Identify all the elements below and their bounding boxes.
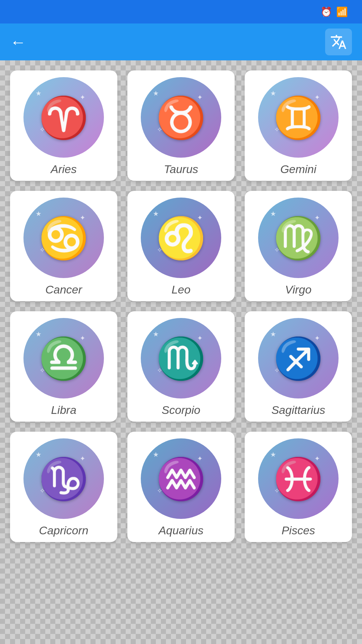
zodiac-symbol-capricorn: ♑ xyxy=(39,459,89,499)
zodiac-label-libra: Libra xyxy=(51,404,76,417)
back-button[interactable]: ← xyxy=(10,33,26,51)
zodiac-circle-scorpio: ★✦✧♏ xyxy=(141,318,221,398)
zodiac-card-cancer[interactable]: ★✦✧♋Cancer xyxy=(10,191,117,301)
zodiac-label-aries: Aries xyxy=(51,163,76,176)
zodiac-label-virgo: Virgo xyxy=(285,283,312,296)
zodiac-circle-virgo: ★✦✧♍ xyxy=(258,198,339,278)
zodiac-symbol-gemini: ♊ xyxy=(273,97,323,138)
zodiac-card-aquarius[interactable]: ★✦✧♒Aquarius xyxy=(127,432,235,542)
zodiac-circle-aquarius: ★✦✧♒ xyxy=(141,438,221,519)
zodiac-symbol-scorpio: ♏ xyxy=(156,338,206,378)
zodiac-circle-aries: ★✦✧♈ xyxy=(23,77,104,158)
zodiac-symbol-pisces: ♓ xyxy=(273,459,323,499)
zodiac-card-taurus[interactable]: ★✦✧♉Taurus xyxy=(127,70,235,181)
zodiac-card-aries[interactable]: ★✦✧♈Aries xyxy=(10,70,117,181)
zodiac-symbol-taurus: ♉ xyxy=(156,97,206,138)
zodiac-grid: ★✦✧♈Aries★✦✧♉Taurus★✦✧♊Gemini★✦✧♋Cancer★… xyxy=(0,60,362,552)
translate-icon xyxy=(330,34,347,50)
zodiac-card-sagittarius[interactable]: ★✦✧♐Sagittarius xyxy=(245,311,352,422)
zodiac-symbol-virgo: ♍ xyxy=(273,218,323,258)
signal-icon: 📶 xyxy=(336,6,348,17)
zodiac-card-leo[interactable]: ★✦✧♌Leo xyxy=(127,191,235,301)
zodiac-label-gemini: Gemini xyxy=(280,163,316,176)
zodiac-circle-cancer: ★✦✧♋ xyxy=(23,198,104,278)
zodiac-card-gemini[interactable]: ★✦✧♊Gemini xyxy=(245,70,352,181)
zodiac-circle-libra: ★✦✧♎ xyxy=(23,318,104,398)
zodiac-card-pisces[interactable]: ★✦✧♓Pisces xyxy=(245,432,352,542)
app-bar: ← xyxy=(0,23,362,60)
zodiac-card-scorpio[interactable]: ★✦✧♏Scorpio xyxy=(127,311,235,422)
zodiac-circle-gemini: ★✦✧♊ xyxy=(258,77,339,158)
status-icons: ⏰ 📶 xyxy=(320,6,352,17)
zodiac-card-capricorn[interactable]: ★✦✧♑Capricorn xyxy=(10,432,117,542)
zodiac-label-pisces: Pisces xyxy=(282,524,315,537)
zodiac-symbol-libra: ♎ xyxy=(39,338,89,378)
zodiac-label-cancer: Cancer xyxy=(45,283,82,296)
zodiac-symbol-sagittarius: ♐ xyxy=(273,338,323,378)
zodiac-circle-leo: ★✦✧♌ xyxy=(141,198,221,278)
zodiac-circle-pisces: ★✦✧♓ xyxy=(258,438,339,519)
zodiac-label-taurus: Taurus xyxy=(164,163,198,176)
zodiac-symbol-leo: ♌ xyxy=(156,218,206,258)
status-bar: ⏰ 📶 xyxy=(0,0,362,23)
zodiac-label-leo: Leo xyxy=(172,283,191,296)
zodiac-card-libra[interactable]: ★✦✧♎Libra xyxy=(10,311,117,422)
zodiac-circle-taurus: ★✦✧♉ xyxy=(141,77,221,158)
zodiac-label-capricorn: Capricorn xyxy=(39,524,88,537)
translate-button[interactable] xyxy=(325,29,352,55)
alarm-icon: ⏰ xyxy=(320,6,332,17)
zodiac-circle-capricorn: ★✦✧♑ xyxy=(23,438,104,519)
zodiac-label-scorpio: Scorpio xyxy=(162,404,200,417)
zodiac-symbol-aquarius: ♒ xyxy=(156,459,206,499)
zodiac-card-virgo[interactable]: ★✦✧♍Virgo xyxy=(245,191,352,301)
zodiac-symbol-cancer: ♋ xyxy=(39,218,89,258)
zodiac-circle-sagittarius: ★✦✧♐ xyxy=(258,318,339,398)
zodiac-label-aquarius: Aquarius xyxy=(159,524,203,537)
zodiac-symbol-aries: ♈ xyxy=(39,97,89,138)
zodiac-label-sagittarius: Sagittarius xyxy=(272,404,325,417)
